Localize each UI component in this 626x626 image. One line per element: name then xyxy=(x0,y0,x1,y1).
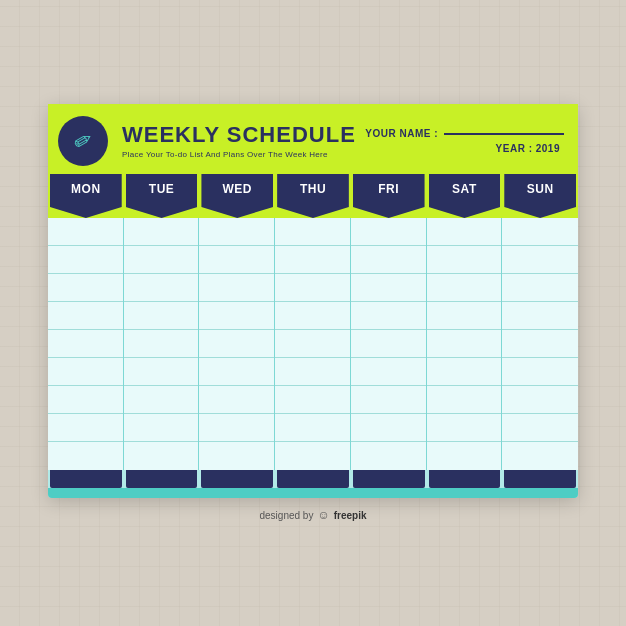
grid-cell[interactable] xyxy=(48,302,123,330)
pencil-icon-box: ✏ xyxy=(58,116,108,166)
day-header-sun: SUN xyxy=(504,174,576,218)
grid-cell[interactable] xyxy=(502,442,578,470)
column-mon xyxy=(48,218,124,470)
footer-banner-sun xyxy=(504,470,576,488)
footer-banner-thu xyxy=(277,470,349,488)
footer-banner-mon xyxy=(50,470,122,488)
grid-cell[interactable] xyxy=(351,414,426,442)
column-sat xyxy=(427,218,503,470)
footer-banner-tue xyxy=(126,470,198,488)
grid-cell[interactable] xyxy=(275,330,350,358)
grid-cell[interactable] xyxy=(502,386,578,414)
grid-cell[interactable] xyxy=(275,246,350,274)
grid-cell[interactable] xyxy=(124,386,199,414)
grid-columns xyxy=(48,218,578,470)
credit-prefix: designed by xyxy=(260,510,314,521)
grid-cell[interactable] xyxy=(351,442,426,470)
header-text: WEEKLY SCHEDULE Place Your To-do List An… xyxy=(122,123,365,158)
grid-cell[interactable] xyxy=(502,330,578,358)
grid-cell[interactable] xyxy=(199,246,274,274)
grid-cell[interactable] xyxy=(275,218,350,246)
day-header-thu: THU xyxy=(277,174,349,218)
footer-banner-sat xyxy=(429,470,501,488)
grid-cell[interactable] xyxy=(48,218,123,246)
grid-cell[interactable] xyxy=(199,442,274,470)
column-fri xyxy=(351,218,427,470)
grid-cell[interactable] xyxy=(48,414,123,442)
grid-cell[interactable] xyxy=(199,386,274,414)
grid-cell[interactable] xyxy=(502,302,578,330)
header-right: YOUR NAME : YEAR : 2019 xyxy=(365,128,564,154)
grid-cell[interactable] xyxy=(199,330,274,358)
grid-cell[interactable] xyxy=(351,246,426,274)
grid-cell[interactable] xyxy=(502,358,578,386)
footer-row xyxy=(48,470,578,488)
grid-cell[interactable] xyxy=(351,386,426,414)
grid-cell[interactable] xyxy=(48,386,123,414)
grid-cell[interactable] xyxy=(124,246,199,274)
day-header-sat: SAT xyxy=(429,174,501,218)
year-label: YEAR : 2019 xyxy=(496,143,560,154)
grid-cell[interactable] xyxy=(427,358,502,386)
column-tue xyxy=(124,218,200,470)
grid-cell[interactable] xyxy=(427,302,502,330)
grid-cell[interactable] xyxy=(275,386,350,414)
column-thu xyxy=(275,218,351,470)
grid-cell[interactable] xyxy=(124,330,199,358)
grid-cell[interactable] xyxy=(275,358,350,386)
column-wed xyxy=(199,218,275,470)
pencil-icon: ✏ xyxy=(69,125,98,157)
column-sun xyxy=(502,218,578,470)
day-header-mon: MON xyxy=(50,174,122,218)
grid-cell[interactable] xyxy=(502,218,578,246)
grid-cell[interactable] xyxy=(427,330,502,358)
schedule-card: ✏ WEEKLY SCHEDULE Place Your To-do List … xyxy=(48,104,578,498)
grid-cell[interactable] xyxy=(351,358,426,386)
name-row: YOUR NAME : xyxy=(365,128,564,139)
name-label: YOUR NAME : xyxy=(365,128,438,139)
grid-cell[interactable] xyxy=(124,414,199,442)
grid-cell[interactable] xyxy=(199,218,274,246)
footer-banner-fri xyxy=(353,470,425,488)
grid-cell[interactable] xyxy=(351,302,426,330)
schedule-subtitle: Place Your To-do List And Plans Over The… xyxy=(122,150,365,159)
grid-cell[interactable] xyxy=(502,414,578,442)
grid-cell[interactable] xyxy=(351,330,426,358)
schedule-title: WEEKLY SCHEDULE xyxy=(122,123,365,147)
grid-cell[interactable] xyxy=(427,386,502,414)
grid-cell[interactable] xyxy=(48,274,123,302)
grid-cell[interactable] xyxy=(48,358,123,386)
grid-cell[interactable] xyxy=(427,274,502,302)
name-underline xyxy=(444,133,564,135)
grid-cell[interactable] xyxy=(275,414,350,442)
grid-cell[interactable] xyxy=(124,358,199,386)
grid-cell[interactable] xyxy=(427,246,502,274)
day-header-wed: WED xyxy=(201,174,273,218)
day-header-fri: FRI xyxy=(353,174,425,218)
grid-cell[interactable] xyxy=(427,218,502,246)
grid-cell[interactable] xyxy=(48,330,123,358)
grid-cell[interactable] xyxy=(199,414,274,442)
bottom-bar xyxy=(48,488,578,498)
grid-cell[interactable] xyxy=(427,442,502,470)
grid-cell[interactable] xyxy=(351,274,426,302)
grid-cell[interactable] xyxy=(275,442,350,470)
grid-cell[interactable] xyxy=(48,442,123,470)
grid-cell[interactable] xyxy=(199,302,274,330)
grid-cell[interactable] xyxy=(199,274,274,302)
grid-cell[interactable] xyxy=(351,218,426,246)
footer-banner-wed xyxy=(201,470,273,488)
grid-cell[interactable] xyxy=(124,274,199,302)
grid-cell[interactable] xyxy=(275,302,350,330)
grid-cell[interactable] xyxy=(48,246,123,274)
grid-cell[interactable] xyxy=(124,302,199,330)
credit-brand: freepik xyxy=(334,510,367,521)
grid-cell[interactable] xyxy=(502,246,578,274)
grid-cell[interactable] xyxy=(427,414,502,442)
grid-cell[interactable] xyxy=(124,442,199,470)
grid-cell[interactable] xyxy=(502,274,578,302)
header: ✏ WEEKLY SCHEDULE Place Your To-do List … xyxy=(48,104,578,174)
grid-cell[interactable] xyxy=(199,358,274,386)
grid-cell[interactable] xyxy=(275,274,350,302)
grid-cell[interactable] xyxy=(124,218,199,246)
